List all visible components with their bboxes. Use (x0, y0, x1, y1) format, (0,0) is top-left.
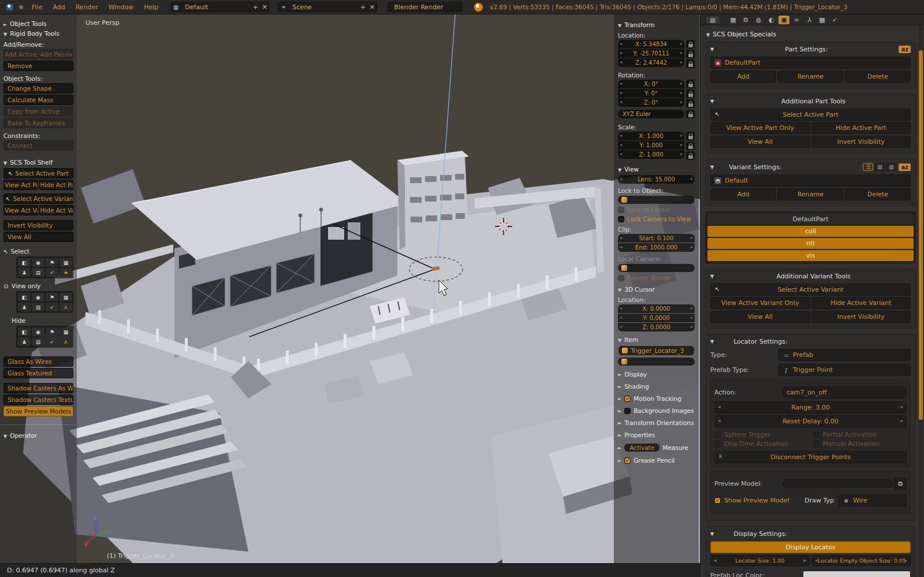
panel-header-grease-pencil[interactable]: Grease Pencil (618, 457, 695, 464)
menu-window[interactable]: Window (105, 3, 137, 11)
lock-icon[interactable] (686, 90, 695, 98)
view-all-button[interactable]: View All (3, 232, 73, 242)
select-active-part-button[interactable]: ↖Select Active Part (3, 168, 73, 178)
hide-act-part-button[interactable]: Hide Act Part (39, 180, 74, 190)
panel-header-operator[interactable]: Operator (3, 432, 73, 439)
browse-model-icon[interactable]: ⧉ (894, 478, 907, 490)
panel-header-properties[interactable]: Properties (618, 431, 695, 438)
tab-object-icon[interactable]: ▣ (778, 16, 789, 24)
blender-logo-icon[interactable] (5, 2, 14, 12)
action-input[interactable]: cam7_on_off (783, 386, 907, 399)
view-active-part-only-button[interactable]: View Active Part Only (710, 122, 810, 134)
glass-textured-button[interactable]: Glass Textured (3, 368, 73, 378)
panel-header-transform[interactable]: Transform (618, 21, 695, 28)
preview-model-input[interactable] (783, 479, 892, 488)
location-x-field[interactable]: X: 5.34834 (618, 40, 684, 49)
view-active-variant-only-button[interactable]: View Active Variant Only (710, 297, 810, 309)
scs-filter-icon[interactable]: ▦ (59, 293, 72, 301)
variant-part-toggle[interactable]: coll (707, 226, 914, 237)
scs-filter-tripod-icon[interactable]: ⅄ (59, 303, 72, 311)
location-y-field[interactable]: Y: -25.70111 (618, 49, 684, 58)
draw-type-dropdown[interactable]: ⊕Wire (839, 494, 907, 507)
add-scene-button[interactable]: + (358, 3, 367, 11)
panel-header-motion-tracking[interactable]: Motion Tracking (618, 395, 695, 402)
scs-filter-icon[interactable]: ✓ (46, 303, 58, 311)
display-locators-toggle[interactable]: Display Locatos (710, 541, 911, 553)
menu-help[interactable]: Help (140, 3, 162, 11)
panel-header-rigid-body-tools[interactable]: Rigid Body Tools (3, 30, 73, 37)
calculate-mass-button[interactable]: Calculate Mass (3, 95, 73, 105)
range-slider[interactable]: Range: 3.00 (714, 401, 907, 414)
panel-header-transform-orientations[interactable]: Transform Orientations (618, 419, 695, 426)
panel-header-measure[interactable]: ActivateMeasure (618, 444, 695, 452)
invert-visibility-button[interactable]: Invert Visibility (3, 220, 73, 230)
cursor-y-field[interactable]: Y: 0.0000 (618, 314, 695, 322)
render-engine-selector[interactable]: Blender Render (388, 2, 463, 12)
sort-az-button[interactable]: az (899, 46, 911, 53)
clip-start-field[interactable]: Start: 0.100 (618, 234, 695, 243)
motion-tracking-checkbox[interactable] (624, 396, 631, 402)
scs-filter-icon[interactable]: ▦ (59, 258, 72, 267)
variant-sort-az-button[interactable]: az (899, 163, 911, 171)
variant-part-row[interactable]: DefaultPart (707, 214, 914, 225)
panel-header-scs-tool-shelf[interactable]: SCS Tool Shelf (3, 159, 73, 166)
lock-icon[interactable] (686, 40, 695, 49)
cursor-x-field[interactable]: X: 0.0000 (618, 304, 695, 313)
tab-scene-icon[interactable]: ◍ (753, 16, 764, 24)
rotation-x-field[interactable]: X: 0° (618, 80, 684, 88)
rotation-y-field[interactable]: Y: 0° (618, 89, 684, 98)
lock-icon[interactable] (686, 99, 695, 108)
lock-icon[interactable] (686, 80, 695, 88)
view-act-var-button[interactable]: View Act Var (3, 205, 38, 215)
lock-to-object-field[interactable] (618, 196, 695, 204)
editor-type-icon[interactable]: ▤ (705, 16, 720, 24)
cursor-z-field[interactable]: Z: 0.0000 (618, 323, 695, 332)
tab-object-data-icon[interactable]: ⅄ (804, 16, 815, 24)
change-shape-button[interactable]: Change Shape (3, 83, 73, 94)
copy-from-active-button[interactable]: Copy from Active (3, 106, 73, 117)
part-invert-visibility-button[interactable]: Invert Visibility (811, 136, 911, 148)
scs-filter-icon[interactable]: ◧ (18, 293, 31, 301)
scene-icon[interactable]: ⚭ (278, 4, 289, 10)
locator-empty-object-size-slider[interactable]: Locator Empty Object Size: 0.05 (811, 555, 911, 566)
connect-button[interactable]: Connect (3, 140, 73, 151)
variant-rename-button[interactable]: Rename (777, 188, 843, 200)
view-act-par-button[interactable]: View Act Par (3, 180, 38, 190)
scs-filter-icon[interactable]: ♟ (18, 337, 31, 346)
select-active-variant-button[interactable]: ↖Select Active Variant (3, 193, 73, 204)
variant-invert-visibility-button[interactable]: Invert Visibility (811, 311, 911, 323)
scale-z-field[interactable]: Z: 1.000 (618, 150, 684, 159)
lock-icon[interactable] (686, 132, 695, 140)
prefab-loc-color-swatch[interactable] (803, 571, 911, 577)
measure-activate-button[interactable]: Activate (624, 444, 660, 452)
item-name-field[interactable]: Trigger_Locator_3 (618, 345, 695, 356)
glass-as-wires-button[interactable]: Glass As Wires (3, 356, 73, 367)
rotation-z-field[interactable]: Z: 0° (618, 98, 684, 107)
locator-type-dropdown[interactable]: ⚏Prefab (778, 349, 911, 361)
scs-filter-icon[interactable]: ⚑ (46, 293, 58, 301)
screen-layout-icon[interactable]: ▦ (171, 4, 181, 10)
menu-file[interactable]: File (28, 3, 46, 11)
grease-pencil-checkbox[interactable] (624, 457, 631, 464)
scale-x-field[interactable]: X: 1.000 (618, 132, 684, 140)
scs-filter-icon[interactable]: ⚑ (46, 327, 58, 336)
tab-render-layers-icon[interactable]: ⧉ (740, 16, 751, 24)
sphere-trigger-checkbox[interactable] (714, 431, 721, 438)
scale-y-field[interactable]: Y: 1.000 (618, 141, 684, 150)
panel-header-display[interactable]: Display (618, 371, 695, 378)
variant-part-toggle[interactable]: vis (707, 250, 914, 261)
panel-header-view[interactable]: View (618, 166, 695, 173)
menu-add[interactable]: Add (49, 3, 69, 11)
lock-to-cursor-checkbox[interactable] (618, 207, 624, 213)
select-active-variant-button[interactable]: ↖Select Active Variant (710, 284, 911, 296)
panel-header-scs-object-specials[interactable]: SCS Object Specials (706, 31, 915, 38)
select-active-part-button[interactable]: ↖Select Active Part (710, 109, 911, 121)
panel-header-3d-cursor[interactable]: 3D Cursor (618, 286, 695, 293)
shadow-casters-textured-button[interactable]: Shadow Casters Textured (3, 394, 73, 405)
lock-icon[interactable] (686, 151, 695, 160)
scs-filter-tripod-icon[interactable]: ⅄ (59, 337, 72, 346)
scene-value[interactable]: Scene (289, 3, 358, 11)
locator-size-slider[interactable]: Locator Size: 1.00 (710, 555, 810, 566)
part-delete-button[interactable]: Delete (845, 70, 911, 83)
screen-layout-value[interactable]: Default (181, 3, 251, 11)
